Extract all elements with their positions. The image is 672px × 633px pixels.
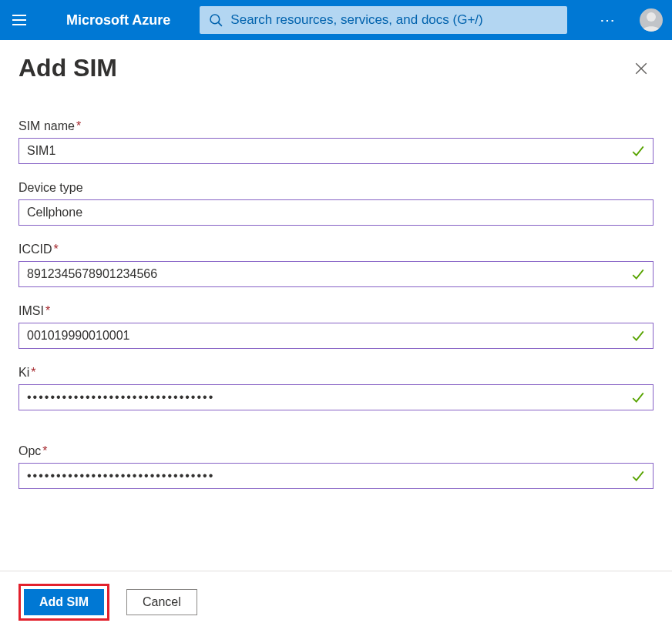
more-icon[interactable]: ⋯ [595, 11, 621, 29]
panel-footer: Add SIM Cancel [0, 571, 672, 633]
sim-name-label: SIM name* [18, 119, 654, 133]
brand-title: Microsoft Azure [66, 12, 170, 28]
iccid-input-wrap [18, 261, 654, 287]
panel-header: Add SIM [0, 40, 672, 89]
device-type-input[interactable] [19, 200, 653, 225]
field-device-type: Device type [18, 181, 654, 226]
hamburger-menu[interactable] [9, 9, 31, 31]
svg-line-1 [219, 22, 223, 26]
device-type-input-wrap [18, 199, 654, 226]
svg-point-2 [647, 12, 656, 22]
imsi-label: IMSI* [18, 304, 654, 318]
search-input[interactable] [230, 12, 558, 28]
field-ki: Ki* [18, 366, 654, 410]
sim-name-input-wrap [18, 138, 654, 164]
device-type-label: Device type [18, 181, 654, 195]
opc-input-wrap [18, 463, 654, 489]
imsi-input-wrap [18, 323, 654, 349]
ki-label: Ki* [18, 366, 654, 380]
imsi-input[interactable] [19, 323, 653, 348]
svg-point-0 [210, 15, 220, 24]
ki-input[interactable] [19, 385, 653, 410]
opc-label: Opc* [18, 444, 654, 458]
search-icon [209, 13, 223, 27]
add-sim-button[interactable]: Add SIM [24, 589, 104, 615]
sim-name-input[interactable] [19, 139, 653, 163]
cancel-button[interactable]: Cancel [126, 589, 197, 615]
global-header: Microsoft Azure ⋯ [0, 0, 672, 40]
field-sim-name: SIM name* [18, 119, 654, 164]
add-sim-form: SIM name* Device type ICCID* IMSI* [0, 89, 672, 489]
ki-input-wrap [18, 384, 654, 410]
global-search[interactable] [200, 6, 567, 34]
field-iccid: ICCID* [18, 243, 654, 287]
field-imsi: IMSI* [18, 304, 654, 349]
primary-highlight-box: Add SIM [18, 584, 109, 621]
iccid-input[interactable] [19, 262, 653, 286]
opc-input[interactable] [19, 464, 653, 488]
field-opc: Opc* [18, 444, 654, 489]
panel-title: Add SIM [18, 54, 117, 82]
user-avatar[interactable] [640, 8, 663, 32]
close-button[interactable] [632, 59, 650, 78]
iccid-label: ICCID* [18, 243, 654, 256]
close-icon [634, 62, 648, 75]
